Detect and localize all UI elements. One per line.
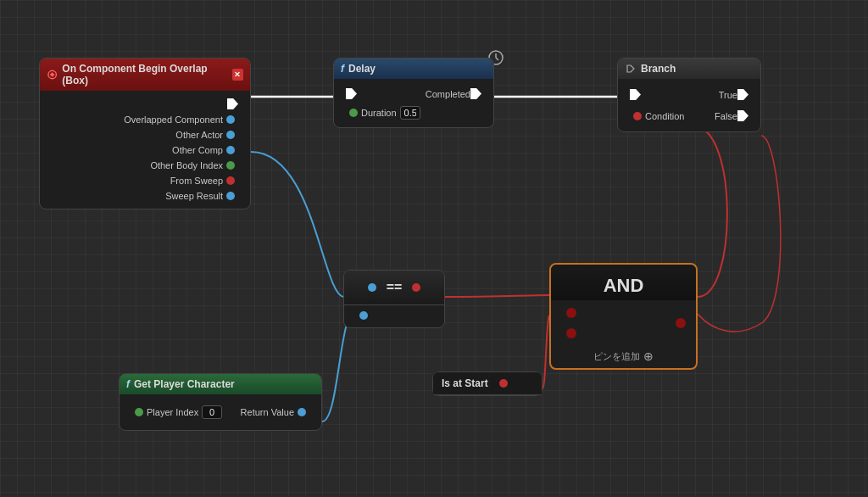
exec-out-row xyxy=(47,96,243,112)
and-in1-pin[interactable] xyxy=(566,308,576,318)
duration-input[interactable] xyxy=(400,106,420,120)
close-button[interactable]: ✕ xyxy=(232,69,243,81)
equal-header: == xyxy=(344,271,444,305)
and-in2-row xyxy=(558,326,585,341)
and-title: AND xyxy=(604,275,644,297)
add-pin-icon: ⊕ xyxy=(643,349,654,363)
and-out-pin[interactable] xyxy=(676,318,686,328)
exec-out-pin[interactable] xyxy=(227,98,238,109)
other-body-pin-row: Other Body Index xyxy=(47,158,243,173)
return-val-pin[interactable] xyxy=(298,408,306,416)
branch-node: Branch True Condition False xyxy=(617,58,761,132)
overlap-body: Overlapped Component Other Actor Other C… xyxy=(40,91,250,209)
and-inputs xyxy=(558,304,585,343)
player-index-row: Player Index xyxy=(126,403,227,422)
branch-title: Branch xyxy=(641,63,676,75)
overlap-title: On Component Begin Overlap (Box) xyxy=(62,63,227,87)
delay-header: f Delay xyxy=(334,59,493,79)
equal-in1-pin[interactable] xyxy=(368,283,376,292)
player-index-pin[interactable] xyxy=(135,408,143,416)
completed-row: Completed xyxy=(420,86,487,102)
overlap-node: On Component Begin Overlap (Box) ✕ Overl… xyxy=(39,58,251,209)
branch-false-row: False xyxy=(709,108,754,124)
get-player-title: Get Player Character xyxy=(134,378,235,390)
branch-header: Branch xyxy=(618,59,760,79)
delay-title: Delay xyxy=(348,63,376,75)
is-at-start-header: Is at Start xyxy=(433,372,542,395)
svg-line-2 xyxy=(496,58,498,60)
get-player-node: f Get Player Character Player Index Retu… xyxy=(119,373,322,431)
and-header: AND xyxy=(551,265,696,300)
player-index-input[interactable] xyxy=(202,405,222,419)
overlap-icon xyxy=(47,69,58,81)
delay-body: Completed Duration xyxy=(334,79,493,127)
equal-in2-pin[interactable] xyxy=(359,311,368,320)
equal-in2-row xyxy=(351,309,437,322)
from-sweep-pin-row: From Sweep xyxy=(47,173,243,188)
branch-icon xyxy=(625,63,637,75)
from-sweep-pin[interactable] xyxy=(226,176,235,185)
equal-node: == xyxy=(343,270,445,328)
and-in1-row xyxy=(558,305,585,321)
branch-exec-in xyxy=(625,87,646,103)
condition-row: Condition xyxy=(625,109,689,124)
other-comp-pin-row: Other Comp xyxy=(47,142,243,158)
get-player-body: Player Index Return Value xyxy=(120,394,321,430)
is-at-start-title: Is at Start xyxy=(442,377,488,389)
branch-true-pin[interactable] xyxy=(737,89,748,100)
branch-true-row: True xyxy=(714,87,754,103)
branch-body: True Condition False xyxy=(618,79,760,131)
sweep-result-pin[interactable] xyxy=(226,192,235,200)
overlapped-pin-row: Overlapped Component xyxy=(47,112,243,127)
overlapped-comp-pin[interactable] xyxy=(226,115,235,124)
is-at-start-out-pin[interactable] xyxy=(499,379,508,388)
get-player-header: f Get Player Character xyxy=(120,374,321,394)
other-comp-pin[interactable] xyxy=(226,146,235,154)
delay-node: f Delay Completed Duration xyxy=(333,58,494,128)
condition-pin[interactable] xyxy=(633,112,642,120)
other-actor-pin-row: Other Actor xyxy=(47,127,243,142)
branch-exec-in-pin[interactable] xyxy=(630,89,641,100)
exec-in-pin[interactable] xyxy=(346,88,357,99)
completed-pin[interactable] xyxy=(470,88,481,99)
duration-row: Duration xyxy=(341,103,487,122)
and-output-area xyxy=(672,318,689,328)
equal-symbol: == xyxy=(387,280,403,295)
and-body xyxy=(551,300,696,349)
return-val-row: Return Value xyxy=(236,405,314,420)
other-actor-pin[interactable] xyxy=(226,131,235,139)
add-pin-label: ピンを追加 xyxy=(593,350,640,363)
overlap-header: On Component Begin Overlap (Box) ✕ xyxy=(40,59,250,91)
sweep-result-pin-row: Sweep Result xyxy=(47,188,243,204)
and-in2-pin[interactable] xyxy=(566,328,576,338)
is-at-start-node: Is at Start xyxy=(432,371,542,396)
duration-pin[interactable] xyxy=(349,109,358,117)
equal-out-pin[interactable] xyxy=(412,283,420,292)
exec-in-row xyxy=(341,86,362,102)
branch-false-pin[interactable] xyxy=(737,110,748,121)
add-pin-row[interactable]: ピンを追加 ⊕ xyxy=(551,349,696,368)
and-node: AND ピンを追加 ⊕ xyxy=(549,263,698,370)
other-body-pin[interactable] xyxy=(226,161,235,170)
